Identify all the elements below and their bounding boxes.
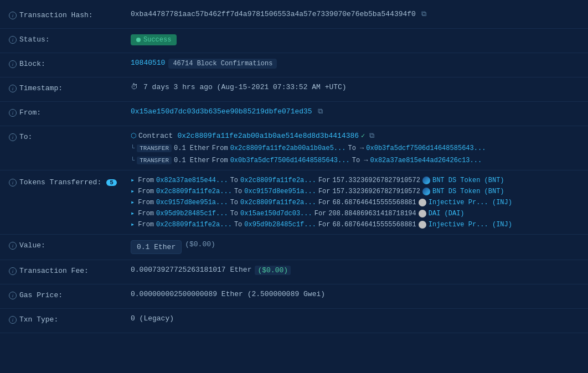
value-value: 0.1 Ether ($0.00) — [131, 240, 579, 254]
token-to-1[interactable]: 0x2c8809fa11fe2a... — [240, 177, 316, 184]
block-value: 10840510 46714 Block Confirmations — [131, 59, 579, 69]
contract-label: Contract — [138, 132, 173, 140]
transfer-from-1[interactable]: 0x2c8809fa11fe2ab00a1b0ae5... — [230, 144, 346, 152]
transfer-to-1[interactable]: 0x0b3fa5dcf7506d14648585643... — [366, 144, 486, 152]
contract-line: ⬡ Contract 0x2c8809fa11fe2ab00a1b0ae514e… — [131, 132, 486, 140]
info-icon-value[interactable]: i — [9, 242, 17, 250]
gas-price-value: 0.000000002500000089 Ether (2.500000089 … — [131, 290, 579, 298]
arrow-icon-1: To → — [348, 144, 364, 152]
gas-price-row: i Gas Price: 0.000000002500000089 Ether … — [0, 284, 588, 309]
timestamp-label: i Timestamp: — [9, 83, 131, 92]
txn-type-label: i Txn Type: — [9, 314, 131, 324]
inj-icon-2 — [419, 221, 426, 229]
contract-address-link[interactable]: 0x2c8809fa11fe2ab00a1b0ae514e8d8d3b44143… — [177, 132, 359, 140]
tokens-list: ▸ From 0x82a37ae815e44... To 0x2c8809fa1… — [131, 176, 579, 229]
token-name-1[interactable]: BNT DS Token (BNT) — [432, 177, 504, 184]
tokens-count-badge: 5 — [106, 179, 117, 186]
from-value: 0x15ae150d7dc03d3b635ee90b85219dbfe071ed… — [131, 107, 579, 116]
block-number-link[interactable]: 10840510 — [131, 59, 165, 67]
token-amount-5: 68.687646415555568881 — [333, 221, 416, 229]
transaction-fee-value: 0.00073927725263181017 Ether ($0.00) — [131, 266, 579, 275]
success-dot-icon — [136, 38, 141, 42]
transfer-from-2[interactable]: 0x0b3fa5dcf7506d14648585643... — [230, 157, 350, 164]
transfer-row-1: └ TRANSFER 0.1 Ether From 0x2c8809fa11fe… — [131, 144, 486, 152]
copy-from-button[interactable]: ⧉ — [318, 107, 323, 116]
hash-text: 0xba44787781aac57b462ff7d4a9781506553a4a… — [131, 10, 416, 18]
txn-type-text: 0 (Legacy) — [131, 314, 174, 323]
value-usd: ($0.00) — [185, 240, 215, 248]
token-name-2[interactable]: BNT DS Token (BNT) — [432, 188, 504, 195]
token-to-3[interactable]: 0x2c8809fa11fe2a... — [240, 199, 316, 206]
transaction-hash-row: i Transaction Hash: 0xba44787781aac57b46… — [0, 4, 588, 29]
info-icon-fee[interactable]: i — [9, 267, 17, 275]
gas-price-label: i Gas Price: — [9, 290, 131, 299]
transfer-amount-1: 0.1 Ether — [174, 144, 210, 152]
verified-icon: ✓ — [361, 132, 365, 140]
token-name-4[interactable]: DAI (DAI) — [429, 210, 465, 217]
token-amount-2: 157.332369267827910572 — [333, 188, 420, 195]
copy-contract-button[interactable]: ⧉ — [369, 132, 374, 140]
transaction-hash-value: 0xba44787781aac57b462ff7d4a9781506553a4a… — [131, 10, 579, 18]
tokens-value: ▸ From 0x82a37ae815e44... To 0x2c8809fa1… — [131, 176, 579, 229]
transaction-hash-label: i Transaction Hash: — [9, 10, 131, 19]
dai-icon-1 — [419, 210, 426, 217]
transaction-fee-row: i Transaction Fee: 0.0007392772526318101… — [0, 260, 588, 284]
token-row-5: ▸ From 0x2c8809fa11fe2a... To 0x95d9b284… — [131, 220, 579, 229]
token-row-3: ▸ From 0xc9157d8ee951a... To 0x2c8809fa1… — [131, 198, 579, 206]
token-from-1[interactable]: 0x82a37ae815e44... — [156, 177, 228, 184]
info-icon-to[interactable]: i — [9, 133, 17, 141]
status-row: i Status: Success — [0, 29, 588, 53]
transaction-detail-page: i Transaction Hash: 0xba44787781aac57b46… — [0, 0, 588, 338]
from-address-link[interactable]: 0x15ae150d7dc03d3b635ee90b85219dbfe071ed… — [131, 107, 312, 116]
token-row-1: ▸ From 0x82a37ae815e44... To 0x2c8809fa1… — [131, 176, 579, 184]
from-label: i From: — [9, 107, 131, 117]
info-icon-tokens[interactable]: i — [9, 179, 17, 186]
info-icon-from[interactable]: i — [9, 109, 17, 117]
triangle-icon-5: ▸ — [131, 220, 135, 229]
token-row-4: ▸ From 0x95d9b28485c1f... To 0x15ae150d7… — [131, 209, 579, 217]
corner-icon-2: └ — [131, 157, 135, 164]
token-amount-1: 157.332369267827910572 — [333, 177, 420, 184]
info-icon-block[interactable]: i — [9, 60, 17, 68]
token-amount-3: 68.687646415555568881 — [333, 199, 416, 206]
transfer-label-2: TRANSFER — [137, 157, 172, 164]
triangle-icon-2: ▸ — [131, 187, 135, 195]
fee-amount: 0.00073927725263181017 Ether — [131, 266, 251, 274]
info-icon-timestamp[interactable]: i — [9, 85, 17, 92]
to-value: ⬡ Contract 0x2c8809fa11fe2ab00a1b0ae514e… — [131, 132, 579, 164]
transfer-label-1: TRANSFER — [137, 144, 172, 152]
info-icon-txntype[interactable]: i — [9, 316, 17, 324]
info-icon-status[interactable]: i — [9, 36, 17, 44]
block-confirmations: 46714 Block Confirmations — [168, 59, 277, 69]
value-box: 0.1 Ether — [131, 240, 182, 254]
info-icon-hash[interactable]: i — [9, 12, 17, 19]
txn-type-row: i Txn Type: 0 (Legacy) — [0, 309, 588, 333]
value-row: i Value: 0.1 Ether ($0.00) — [0, 235, 588, 260]
block-label: i Block: — [9, 59, 131, 68]
tokens-transferred-row: i Tokens Transferred: 5 ▸ From 0x82a37ae… — [0, 170, 588, 235]
corner-icon-1: └ — [131, 144, 135, 152]
value-label: i Value: — [9, 240, 131, 250]
bnt-icon-1 — [422, 177, 430, 184]
token-from-5[interactable]: 0x2c8809fa11fe2a... — [156, 221, 232, 229]
status-value: Success — [131, 34, 579, 45]
token-row-2: ▸ From 0x2c8809fa11fe2a... To 0xc9157d8e… — [131, 187, 579, 195]
inj-icon-1 — [419, 199, 426, 206]
token-to-5[interactable]: 0x95d9b28485c1f... — [244, 221, 316, 229]
token-from-3[interactable]: 0xc9157d8ee951a... — [156, 199, 228, 206]
bnt-icon-2 — [422, 188, 430, 195]
token-amount-4: 208.884869631418718194 — [328, 210, 416, 217]
token-name-5[interactable]: Injective Pr... (INJ) — [429, 221, 512, 229]
txn-type-value: 0 (Legacy) — [131, 314, 579, 323]
token-to-2[interactable]: 0xc9157d8ee951a... — [244, 188, 316, 195]
token-from-2[interactable]: 0x2c8809fa11fe2a... — [156, 188, 232, 195]
token-from-4[interactable]: 0x95d9b28485c1f... — [156, 210, 228, 217]
token-name-3[interactable]: Injective Pr... (INJ) — [429, 199, 512, 206]
copy-hash-button[interactable]: ⧉ — [421, 10, 426, 18]
info-icon-gas[interactable]: i — [9, 292, 17, 299]
timestamp-value: ⏱ 7 days 3 hrs ago (Aug-15-2021 07:33:52… — [131, 83, 579, 91]
token-to-4[interactable]: 0x15ae150d7dc03... — [240, 210, 312, 217]
transfer-to-2[interactable]: 0x82a37ae815e44ad26426c13... — [370, 157, 482, 164]
arrow-icon-2: To → — [352, 157, 368, 164]
triangle-icon-3: ▸ — [131, 198, 135, 206]
